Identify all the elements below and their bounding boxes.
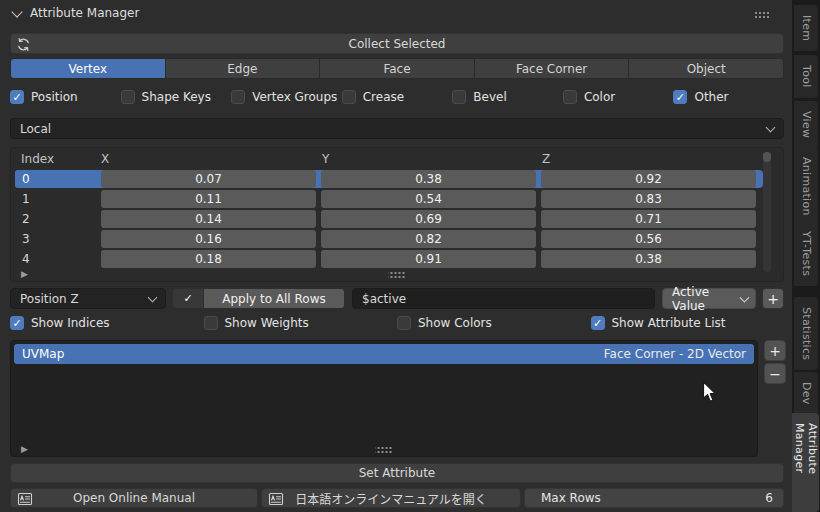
sidebar-tab-view[interactable]: View bbox=[794, 101, 818, 148]
table-expand-triangle-icon[interactable]: ▶ bbox=[21, 269, 28, 279]
checkbox-icon[interactable] bbox=[452, 90, 466, 104]
sidebar-tab-attribute-manager[interactable]: Attribute Manager bbox=[792, 413, 819, 512]
value-cell-z[interactable]: 0.56 bbox=[541, 230, 756, 248]
value-cell-y[interactable]: 0.69 bbox=[321, 210, 536, 228]
column-header-x: X bbox=[101, 152, 109, 166]
checkbox-icon[interactable] bbox=[342, 90, 356, 104]
space-dropdown[interactable]: Local bbox=[10, 118, 784, 139]
domain-tab-face-corner[interactable]: Face Corner bbox=[475, 59, 630, 78]
show-toggle-show-attribute-list[interactable]: ✓Show Attribute List bbox=[591, 315, 785, 331]
value-cell-x[interactable]: 0.07 bbox=[101, 170, 316, 188]
max-rows-field[interactable]: Max Rows 6 bbox=[524, 488, 784, 508]
filter-crease[interactable]: Crease bbox=[342, 88, 453, 106]
add-attribute-button[interactable]: + bbox=[764, 340, 786, 361]
table-row: 10.110.540.83 bbox=[11, 190, 783, 210]
panel-header[interactable]: Attribute Manager bbox=[0, 0, 792, 28]
row-index[interactable]: 1 bbox=[15, 190, 99, 208]
filter-bevel[interactable]: Bevel bbox=[452, 88, 563, 106]
checkbox-icon[interactable]: ✓ bbox=[10, 90, 24, 104]
manual-document-icon bbox=[17, 491, 33, 510]
value-cell-z[interactable]: 0.38 bbox=[541, 250, 756, 268]
show-options-row: ✓Show IndicesShow WeightsShow Colors✓Sho… bbox=[10, 315, 784, 331]
filter-label: Position bbox=[31, 90, 78, 104]
open-japanese-manual-button[interactable]: 日本語オンラインマニュアルを開く bbox=[261, 488, 521, 508]
attribute-value-table: Index X Y Z 00.070.380.9210.110.540.8320… bbox=[10, 147, 784, 282]
filter-position[interactable]: ✓Position bbox=[10, 88, 121, 106]
chevron-down-icon bbox=[766, 122, 776, 132]
target-attribute-dropdown[interactable]: Position Z bbox=[10, 288, 166, 309]
checkbox-icon[interactable] bbox=[231, 90, 245, 104]
domain-tab-edge[interactable]: Edge bbox=[166, 59, 321, 78]
value-cell-y[interactable]: 0.54 bbox=[321, 190, 536, 208]
row-index[interactable]: 0 bbox=[15, 170, 99, 188]
value-cell-x[interactable]: 0.16 bbox=[101, 230, 316, 248]
row-index[interactable]: 4 bbox=[15, 250, 99, 268]
value-cell-x[interactable]: 0.18 bbox=[101, 250, 316, 268]
filter-color[interactable]: Color bbox=[563, 88, 674, 106]
panel-drag-grip-icon[interactable] bbox=[753, 10, 770, 18]
value-cell-z[interactable]: 0.92 bbox=[541, 170, 756, 188]
apply-toggle-checkbox[interactable]: ✓ bbox=[173, 289, 204, 308]
attribute-filter-row: ✓PositionShape KeysVertex GroupsCreaseBe… bbox=[10, 88, 784, 106]
checkbox-icon[interactable] bbox=[563, 90, 577, 104]
attribute-manager-panel: Attribute Manager Collect Selected Verte… bbox=[0, 0, 793, 512]
filter-label: Color bbox=[584, 90, 615, 104]
show-toggle-show-indices[interactable]: ✓Show Indices bbox=[10, 315, 204, 331]
value-mode-value: Active Value bbox=[672, 285, 741, 313]
value-cell-y[interactable]: 0.91 bbox=[321, 250, 536, 268]
show-toggle-label: Show Attribute List bbox=[612, 316, 726, 330]
set-attribute-button[interactable]: Set Attribute bbox=[10, 463, 784, 483]
list-resize-grip-icon[interactable] bbox=[376, 445, 393, 453]
table-scrollbar-thumb[interactable] bbox=[763, 152, 771, 162]
sidebar-tab-statistics[interactable]: Statistics bbox=[794, 297, 818, 370]
domain-tab-group: VertexEdgeFaceFace CornerObject bbox=[10, 58, 784, 79]
remove-attribute-button[interactable]: − bbox=[764, 363, 786, 384]
table-row: 40.180.910.38 bbox=[11, 250, 783, 270]
apply-to-all-rows-button[interactable]: Apply to All Rows bbox=[204, 289, 344, 308]
collect-selected-label: Collect Selected bbox=[349, 37, 446, 51]
filter-other[interactable]: ✓Other bbox=[673, 88, 784, 106]
checkbox-icon[interactable]: ✓ bbox=[10, 316, 24, 330]
table-scrollbar[interactable] bbox=[763, 152, 771, 272]
blender-sidebar-region: Attribute Manager Collect Selected Verte… bbox=[0, 0, 820, 512]
sidebar-tab-tool[interactable]: Tool bbox=[794, 55, 818, 98]
list-expand-triangle-icon[interactable]: ▶ bbox=[21, 444, 28, 454]
value-cell-x[interactable]: 0.11 bbox=[101, 190, 316, 208]
panel-collapse-chevron-icon[interactable] bbox=[11, 6, 22, 17]
value-cell-x[interactable]: 0.14 bbox=[101, 210, 316, 228]
row-index[interactable]: 2 bbox=[15, 210, 99, 228]
table-header-row: Index X Y Z bbox=[11, 152, 783, 168]
checkbox-icon[interactable] bbox=[204, 316, 218, 330]
add-expression-button[interactable]: + bbox=[762, 288, 784, 309]
value-cell-y[interactable]: 0.38 bbox=[321, 170, 536, 188]
expression-input[interactable]: $active bbox=[352, 288, 655, 309]
sidebar-tab-dev[interactable]: Dev bbox=[794, 372, 818, 415]
checkmark-icon: ✓ bbox=[183, 292, 192, 305]
value-cell-z[interactable]: 0.83 bbox=[541, 190, 756, 208]
sidebar-tab-animation[interactable]: Animation bbox=[794, 147, 818, 226]
sidebar-tab-item[interactable]: Item bbox=[794, 5, 818, 51]
value-cell-z[interactable]: 0.71 bbox=[541, 210, 756, 228]
filter-shape-keys[interactable]: Shape Keys bbox=[121, 88, 232, 106]
domain-tab-vertex[interactable]: Vertex bbox=[11, 59, 166, 78]
attribute-list-box: UVMapFace Corner - 2D Vector ▶ bbox=[10, 340, 758, 457]
attribute-list-item[interactable]: UVMapFace Corner - 2D Vector bbox=[14, 344, 754, 364]
row-index[interactable]: 3 bbox=[15, 230, 99, 248]
show-toggle-show-weights[interactable]: Show Weights bbox=[204, 315, 398, 331]
domain-tab-object[interactable]: Object bbox=[629, 59, 783, 78]
filter-vertex-groups[interactable]: Vertex Groups bbox=[231, 88, 342, 106]
collect-selected-button[interactable]: Collect Selected bbox=[10, 33, 784, 54]
sidebar-tab-yt-tests[interactable]: YT-Tests bbox=[794, 221, 818, 286]
table-resize-grip-icon[interactable] bbox=[389, 270, 406, 278]
value-mode-dropdown[interactable]: Active Value bbox=[662, 288, 756, 309]
open-online-manual-button[interactable]: Open Online Manual bbox=[10, 488, 258, 508]
value-cell-y[interactable]: 0.82 bbox=[321, 230, 536, 248]
filter-label: Shape Keys bbox=[142, 90, 211, 104]
checkbox-icon[interactable]: ✓ bbox=[591, 316, 605, 330]
checkbox-icon[interactable] bbox=[397, 316, 411, 330]
domain-tab-face[interactable]: Face bbox=[320, 59, 475, 78]
checkmark-icon: ✓ bbox=[593, 317, 602, 328]
checkbox-icon[interactable] bbox=[121, 90, 135, 104]
checkbox-icon[interactable]: ✓ bbox=[673, 90, 687, 104]
show-toggle-show-colors[interactable]: Show Colors bbox=[397, 315, 591, 331]
